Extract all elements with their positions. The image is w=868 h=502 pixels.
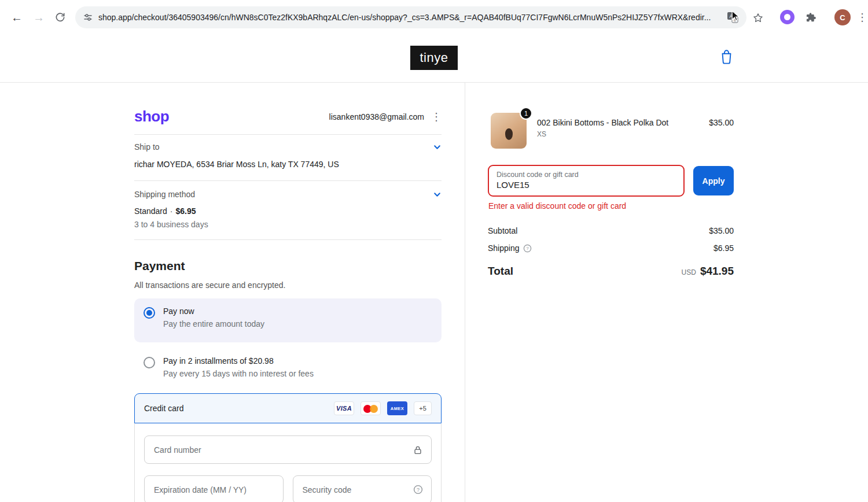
shop-pay-account-row: shop lisankent0938@gmail.com ⋮ [134,108,442,126]
card-brand-icons: VISA AMEX +5 [334,401,432,415]
apply-button[interactable]: Apply [693,166,734,195]
installments-label: Pay in 2 installments of $20.98 [163,356,314,366]
product-variant: XS [537,130,734,138]
svg-text:a: a [734,17,737,23]
extension-icon-purple[interactable] [780,10,795,24]
total-label: Total [488,265,513,278]
shipping-value: $6.95 [713,243,734,253]
kebab-menu-icon: ⋮ [857,12,867,23]
mastercard-icon [361,401,381,415]
currency-code: USD [682,268,696,276]
back-icon: ← [11,12,23,23]
shipping-row: Shipping ? $6.95 [488,243,734,253]
profile-avatar[interactable]: C [834,9,851,25]
site-header: tinye [0,35,868,83]
pay-now-description: Pay the entire amount today [163,319,264,328]
pay-now-label: Pay now [163,307,264,316]
product-price: $35.00 [709,118,734,127]
star-icon [752,12,764,24]
expiration-field[interactable] [144,475,284,502]
credit-card-section: Credit card VISA AMEX +5 [134,393,442,502]
installments-radio[interactable] [144,357,155,368]
divider [134,134,442,135]
total-value: $41.95 [700,265,734,278]
card-number-field[interactable] [144,435,432,464]
shopping-bag-icon [719,48,734,65]
discount-input[interactable]: Discount code or gift card LOVE15 [488,165,685,197]
security-code-help-icon[interactable]: ? [413,485,423,494]
credit-card-label: Credit card [144,404,183,413]
more-brands-badge: +5 [414,401,432,415]
forward-button[interactable]: → [29,8,49,27]
product-image [491,113,527,149]
visa-icon: VISA [334,401,354,415]
ship-to-label: Ship to [134,142,160,152]
browser-toolbar: ← → shop.app/checkout/36405903496/cn/hWN… [0,0,868,35]
shipping-address: richar MOYEDA, 6534 Briar Moss Ln, katy … [134,160,339,169]
pay-now-option[interactable]: Pay now Pay the entire amount today [134,298,442,342]
shipping-method-label: Shipping method [134,190,195,199]
discount-input-label: Discount code or gift card [496,171,676,179]
payment-section-title: Payment [134,259,185,273]
account-email: lisankent0938@gmail.com [329,112,424,121]
credit-card-method-header[interactable]: Credit card VISA AMEX +5 [134,393,442,423]
shipping-help-icon[interactable]: ? [523,244,532,253]
site-info-icon[interactable] [83,13,93,22]
lock-icon [413,445,423,455]
bookmark-button[interactable] [751,11,765,25]
ship-to-chevron-icon[interactable] [433,143,442,152]
shop-pay-logo: shop [134,108,169,126]
shipping-method-separator: · [170,206,173,216]
extensions-button[interactable] [804,10,818,24]
credit-card-form: ? [134,423,442,502]
payment-section-subtitle: All transactions are secure and encrypte… [134,280,285,290]
column-divider [465,82,465,502]
expiration-input[interactable] [153,485,275,495]
security-code-field[interactable]: ? [293,475,432,502]
shipping-method-price: $6.95 [176,206,196,216]
svg-text:?: ? [526,246,529,251]
line-item: 002 Bikini Bottoms - Black Polka Dot $35… [537,118,734,138]
ship-to-row[interactable]: Ship to [134,142,442,152]
forward-icon: → [33,12,45,23]
cart-button[interactable] [719,48,734,68]
url-text: shop.app/checkout/36405903496/cn/hWN8sC0… [98,13,727,22]
installments-option[interactable]: Pay in 2 installments of $20.98 Pay ever… [134,348,442,385]
subtotal-label: Subtotal [488,226,517,235]
pay-now-radio[interactable] [144,307,155,319]
total-row: Total USD $41.95 [488,265,734,278]
divider [134,239,442,240]
account-menu-button[interactable]: ⋮ [431,112,442,122]
shipping-method-row[interactable]: Shipping method [134,190,442,199]
translate-icon[interactable]: A a [727,12,738,23]
installments-description: Pay every 15 days with no interest or fe… [163,369,314,378]
store-logo-text: tinye [420,50,448,65]
svg-text:?: ? [417,487,420,493]
product-name: 002 Bikini Bottoms - Black Polka Dot [537,118,668,127]
reload-icon [54,12,66,23]
divider [134,180,442,181]
security-code-input[interactable] [301,485,409,495]
discount-input-value: LOVE15 [496,180,676,190]
amex-icon: AMEX [387,401,407,415]
store-logo[interactable]: tinye [410,46,458,70]
subtotal-value: $35.00 [709,226,734,235]
browser-menu-button[interactable]: ⋮ [858,10,867,24]
reload-button[interactable] [50,8,70,27]
screen: ← → shop.app/checkout/36405903496/cn/hWN… [0,0,868,502]
address-bar[interactable]: shop.app/checkout/36405903496/cn/hWN8sC0… [75,6,746,28]
puzzle-icon [805,11,818,24]
shipping-label: Shipping [488,243,520,253]
avatar-initial: C [834,9,851,25]
discount-error-message: Enter a valid discount code or gift card [488,201,626,211]
subtotal-row: Subtotal $35.00 [488,226,734,235]
shipping-method-name: Standard [134,206,167,216]
card-number-input[interactable] [153,445,408,455]
shipping-eta: 3 to 4 business days [134,220,208,229]
quantity-badge: 1 [520,107,532,120]
shipping-method-chevron-icon[interactable] [433,190,442,199]
shipping-method-selection: Standard·$6.95 [134,206,196,216]
back-button[interactable]: ← [7,8,27,27]
